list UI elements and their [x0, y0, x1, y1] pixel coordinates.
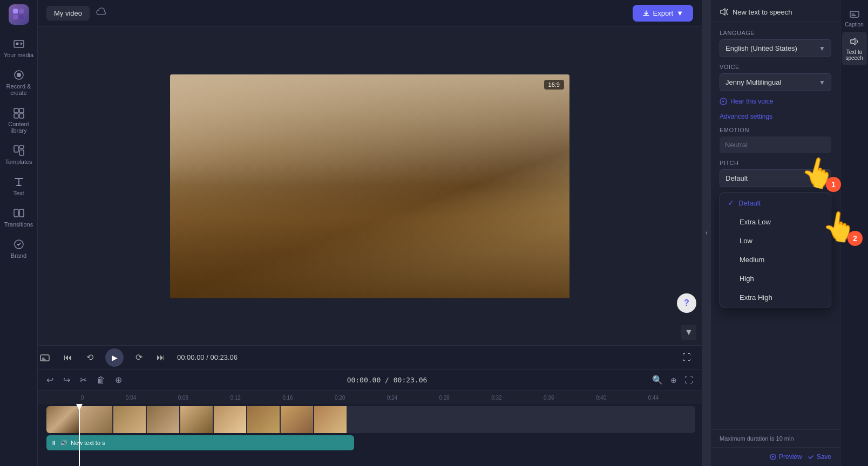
sidebar-item-brand-kit[interactable]: Brand [2, 234, 36, 263]
video-controls: ⏮ ⟲ ▶ ⟳ ⏭ 00:00.00 / 00:23.06 ⛶ [38, 345, 702, 369]
voice-dropdown[interactable]: Jenny Multilingual ▼ [720, 73, 831, 91]
tick-3: 0:12 [230, 395, 240, 401]
tick-1: 0:04 [126, 395, 136, 401]
panel-title: New text to speech [733, 8, 792, 16]
sidebar-item-text[interactable]: Text [2, 172, 36, 201]
video-track-thumbnails [46, 406, 347, 433]
advanced-settings-button[interactable]: Advanced settings [720, 113, 831, 120]
skip-back-button[interactable]: ⏮ [62, 351, 74, 365]
tick-9: 0:36 [544, 395, 554, 401]
pitch-option-high[interactable]: High [720, 269, 831, 288]
pitch-option-label: High [740, 275, 754, 283]
timeline-time: 00:00.00 / 00:23.06 [130, 376, 645, 384]
pitch-option-label: Extra High [740, 293, 772, 301]
zoom-controls: 🔍 ⊕ ⛶ [650, 373, 695, 387]
top-bar: My video Export ▼ [38, 0, 702, 27]
tick-8: 0:32 [491, 395, 501, 401]
zoom-out-button[interactable]: 🔍 [650, 373, 665, 387]
sidebar-item-templates[interactable]: Templates [2, 140, 36, 169]
tts-tab[interactable]: Text to speech [842, 32, 867, 65]
app-logo[interactable] [9, 4, 29, 25]
pitch-option-extra-low[interactable]: Extra Low [720, 213, 831, 231]
project-title[interactable]: My video [46, 6, 90, 20]
audio-track[interactable]: ⏸ 🔊 New text to s [46, 435, 354, 450]
rewind-button[interactable]: ⟲ [84, 350, 96, 365]
export-label: Export [653, 9, 674, 17]
main-content: My video Export ▼ 16:9 ? ▼ [38, 0, 702, 466]
svg-rect-2 [13, 15, 18, 19]
svg-rect-12 [14, 146, 18, 152]
pitch-value: Default [725, 174, 748, 182]
templates-icon [13, 145, 25, 156]
zoom-in-button[interactable]: ⊕ [668, 374, 679, 387]
export-chevron-icon: ▼ [676, 9, 683, 17]
export-button[interactable]: Export ▼ [633, 5, 693, 22]
fullscreen-button[interactable]: ⛶ [680, 351, 693, 365]
video-container: 16:9 ? ▼ [38, 27, 702, 345]
voice-dropdown-arrow: ▼ [819, 79, 825, 86]
pitch-option-medium[interactable]: Medium [720, 250, 831, 269]
panel-collapse-divider[interactable] [702, 0, 710, 466]
aspect-ratio-badge: 16:9 [544, 80, 564, 90]
playhead[interactable] [79, 404, 80, 466]
preview-label: Preview [779, 453, 802, 461]
tick-6: 0:24 [387, 395, 397, 401]
caption-tab[interactable]: Caption [842, 4, 867, 32]
caption-toggle-button[interactable] [38, 351, 52, 365]
pitch-option-default[interactable]: ✓ Default [720, 193, 831, 213]
svg-point-7 [17, 73, 21, 77]
sidebar-item-label: Text [13, 190, 24, 196]
thumb-5 [180, 406, 213, 433]
cut-button[interactable]: ✂ [78, 373, 89, 387]
audio-track-icon: ⏸ [51, 440, 57, 446]
language-dropdown[interactable]: English (United States) ▼ [720, 39, 831, 57]
save-frame-button[interactable]: ⊕ [113, 373, 124, 387]
panel-body: Language English (United States) ▼ Voice… [711, 22, 840, 429]
tick-7: 0:28 [439, 395, 449, 401]
pitch-dropdown-arrow: ▼ [819, 175, 825, 182]
fast-forward-button[interactable]: ⟳ [133, 350, 145, 365]
hear-voice-label: Hear this voice [730, 98, 773, 105]
tts-header-icon [720, 8, 728, 16]
pitch-option-low[interactable]: Low [720, 231, 831, 250]
save-label: Save [817, 453, 831, 461]
delete-button[interactable]: 🗑 [94, 373, 107, 387]
save-button[interactable]: Save [808, 453, 831, 461]
undo-button[interactable]: ↩ [44, 373, 56, 387]
preview-button[interactable]: Preview [770, 453, 802, 461]
collapse-panel-button[interactable]: ▼ [681, 325, 696, 340]
cloud-sync-icon [96, 7, 107, 20]
svg-point-5 [16, 43, 18, 45]
help-button[interactable]: ? [677, 293, 696, 313]
media-icon [13, 38, 25, 50]
thumb-2 [80, 406, 112, 433]
sidebar-item-record-create[interactable]: Record & create [2, 65, 36, 100]
transitions-icon [13, 207, 25, 219]
video-thumbnail [170, 74, 569, 298]
brand-icon [13, 238, 25, 250]
thumb-3 [113, 406, 146, 433]
fit-view-button[interactable]: ⛶ [682, 373, 695, 387]
sidebar-item-label: Record & create [4, 83, 34, 96]
redo-button[interactable]: ↪ [61, 373, 72, 387]
tts-tab-label: Text to speech [844, 49, 865, 61]
skip-forward-button[interactable]: ⏭ [154, 351, 167, 365]
svg-rect-9 [19, 108, 24, 113]
pitch-section: Pitch Default ▼ ✓ Default Extra Low [720, 160, 831, 307]
tick-0: 0 [81, 395, 84, 401]
pitch-option-label: Extra Low [740, 218, 771, 226]
tts-tab-icon [849, 36, 860, 47]
play-button[interactable]: ▶ [105, 348, 124, 367]
pitch-dropdown[interactable]: Default ▼ [720, 169, 831, 187]
sidebar-item-transitions[interactable]: Transitions [2, 203, 36, 232]
pitch-option-extra-high[interactable]: Extra High [720, 288, 831, 307]
sidebar-item-content-library[interactable]: Content library [2, 102, 36, 138]
video-track[interactable] [46, 406, 695, 433]
svg-rect-13 [19, 146, 24, 148]
sidebar-item-your-media[interactable]: Your media [2, 33, 36, 63]
tick-2: 0:08 [178, 395, 188, 401]
hear-voice-button[interactable]: Hear this voice [720, 98, 831, 105]
language-dropdown-arrow: ▼ [819, 45, 825, 52]
sidebar-item-label: Content library [4, 121, 34, 134]
audio-track-label: New text to s [71, 440, 105, 446]
